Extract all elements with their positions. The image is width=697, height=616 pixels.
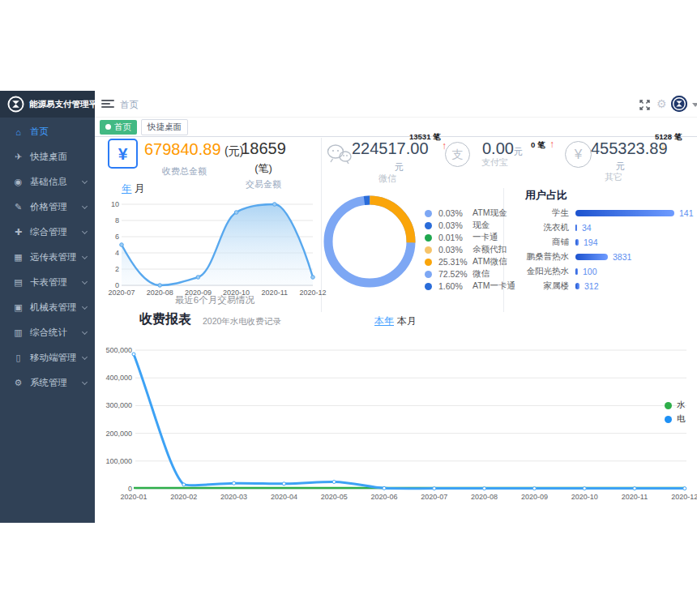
- legend-pct: 72.52%: [438, 269, 473, 279]
- fullscreen-icon[interactable]: [639, 100, 650, 110]
- chevron-down-icon: [82, 353, 88, 359]
- sidebar-item-general-mgmt[interactable]: ✚ 综合管理: [0, 220, 95, 245]
- legend-item[interactable]: 0.03% ATM现金: [425, 208, 507, 218]
- sidebar-item-system-mgmt[interactable]: ⚙ 系统管理: [0, 370, 95, 396]
- total-amount-icon: ¥: [108, 139, 138, 169]
- user-ratio-value: 141: [679, 208, 694, 218]
- legend-pct: 1.60%: [438, 281, 473, 291]
- svg-text:2020-04: 2020-04: [271, 493, 297, 501]
- legend-item[interactable]: 72.52% 微信: [425, 269, 490, 279]
- sidebar-item-mobile-mgmt[interactable]: ▯ 移动端管理: [0, 345, 95, 370]
- legend-item[interactable]: 1.60% ATM一卡通: [425, 281, 515, 291]
- sidebar-item-card-meter-mgmt[interactable]: ▤ 卡表管理: [0, 270, 95, 295]
- legend-item-water[interactable]: 水: [665, 400, 686, 411]
- legend-pct: 0.03%: [438, 208, 473, 218]
- legend-dot-icon: [665, 416, 672, 423]
- trend-tab-month[interactable]: 月: [135, 182, 145, 196]
- sidebar-item-remote-meter-mgmt[interactable]: ▦ 远传表管理: [0, 245, 95, 270]
- transaction-count: 18659 (笔) 交易金额: [238, 139, 289, 190]
- other-payment-icon: ¥: [565, 141, 592, 168]
- sidebar-item-label: 首页: [30, 126, 87, 138]
- gear-icon[interactable]: ⚙: [656, 98, 667, 109]
- chevron-down-icon[interactable]: [692, 103, 697, 107]
- legend-dot-icon: [665, 402, 672, 409]
- sidebar-item-label: 卡表管理: [30, 276, 83, 289]
- svg-text:2020-11: 2020-11: [622, 493, 648, 501]
- report-title: 收费报表: [139, 311, 191, 328]
- total-amount-label: 收费总金额: [162, 165, 207, 178]
- total-amount: 679840.89 (元): [144, 140, 243, 159]
- svg-text:2020-10: 2020-10: [571, 493, 598, 501]
- svg-text:10: 10: [111, 200, 119, 208]
- hamburger-icon[interactable]: [101, 98, 114, 109]
- sidebar-item-home[interactable]: ⌂ 首页: [0, 119, 95, 144]
- transaction-count-value: 18659: [238, 139, 289, 158]
- breadcrumb[interactable]: 首页: [120, 99, 139, 111]
- user-ratio-row: 家属楼 312: [519, 281, 599, 291]
- legend-item-electricity[interactable]: 电: [665, 413, 686, 425]
- report-tab-year[interactable]: 本年: [374, 314, 394, 328]
- alipay-icon: 支: [445, 142, 470, 167]
- svg-text:4: 4: [115, 249, 119, 257]
- sidebar-menu: ⌂ 首页 ✈ 快捷桌面 ◉ 基础信息 ✎ 价格管理 ✚ 综合管理: [0, 118, 95, 396]
- topbar: 首页 ⚙: [95, 91, 697, 118]
- user-ratio-bar: [575, 225, 577, 231]
- sidebar-item-label: 系统管理: [30, 377, 83, 389]
- active-dot-icon: [105, 124, 111, 130]
- legend-item[interactable]: 0.03% 现金: [425, 220, 490, 230]
- total-amount-value: 679840.89: [144, 140, 221, 158]
- wechat-count-badge: 13531 笔: [409, 132, 441, 143]
- svg-text:2020-02: 2020-02: [170, 493, 197, 501]
- chevron-down-icon: [82, 178, 88, 183]
- user-ratio-bar: [575, 268, 578, 275]
- trend-tab-year[interactable]: 年: [122, 182, 132, 196]
- sidebar-item-statistics[interactable]: ▥ 综合统计: [0, 320, 95, 345]
- user-ratio-bar: [575, 210, 674, 216]
- sidebar-item-label: 综合统计: [30, 327, 83, 339]
- legend-name: ATM一卡通: [473, 280, 515, 292]
- sidebar-item-basic-info[interactable]: ◉ 基础信息: [0, 169, 95, 195]
- legend-name: ATM微信: [473, 256, 507, 267]
- legend-item[interactable]: 25.31% ATM微信: [425, 257, 507, 267]
- alipay-amount-value: 0.00: [482, 139, 514, 158]
- user-ratio-row: 学生 141: [519, 208, 694, 218]
- svg-text:0: 0: [128, 485, 132, 493]
- sidebar-item-mechanical-meter-mgmt[interactable]: ▣ 机械表管理: [0, 295, 95, 320]
- chevron-down-icon: [82, 303, 88, 309]
- report-subtitle: 2020年水电收费记录: [203, 316, 281, 327]
- user-ratio-value: 3831: [613, 252, 631, 262]
- svg-text:6: 6: [115, 233, 119, 241]
- sidebar-item-quick-desktop[interactable]: ✈ 快捷桌面: [0, 144, 95, 169]
- alipay-count-badge: 0 笔: [531, 140, 545, 151]
- trend-up-icon: ↑: [549, 139, 554, 150]
- alipay-unit: 元: [514, 146, 523, 158]
- tag-home[interactable]: 首页: [100, 120, 137, 135]
- report-tab-month[interactable]: 本月: [397, 314, 417, 328]
- sidebar-item-price-mgmt[interactable]: ✎ 价格管理: [0, 195, 95, 220]
- desktop-icon: ✈: [12, 152, 24, 162]
- legend-item[interactable]: 0.03% 余额代扣: [425, 245, 507, 255]
- panel-divider: [321, 138, 322, 312]
- legend-dot-icon: [425, 259, 432, 266]
- user-ratio-label: 商铺: [519, 237, 569, 248]
- manage-icon: ✚: [12, 227, 24, 237]
- avatar[interactable]: [671, 96, 687, 112]
- user-ratio-row: 洗衣机 34: [519, 223, 592, 233]
- legend-item[interactable]: 0.01% 一卡通: [425, 233, 498, 242]
- sidebar-item-label: 基础信息: [30, 176, 83, 188]
- legend-dot-icon: [425, 271, 432, 278]
- mobile-icon: ▯: [12, 353, 24, 363]
- other-label: 其它: [605, 171, 622, 183]
- tag-label: 首页: [114, 122, 131, 133]
- sidebar: 能源易支付管理平台 ⌂ 首页 ✈ 快捷桌面 ◉ 基础信息 ✎ 价格管理 ✚: [0, 91, 95, 523]
- payment-donut-chart: [323, 195, 417, 289]
- chevron-down-icon: [82, 379, 88, 384]
- legend-name: 余额代扣: [473, 244, 507, 255]
- tag-label: 快捷桌面: [148, 122, 182, 133]
- sidebar-item-label: 机械表管理: [30, 302, 83, 314]
- legend-name: 一卡通: [473, 232, 498, 243]
- info-icon: ◉: [12, 177, 24, 187]
- user-ratio-value: 100: [583, 267, 597, 276]
- legend-pct: 25.31%: [438, 257, 473, 267]
- tag-quick-desktop[interactable]: 快捷桌面: [141, 119, 188, 135]
